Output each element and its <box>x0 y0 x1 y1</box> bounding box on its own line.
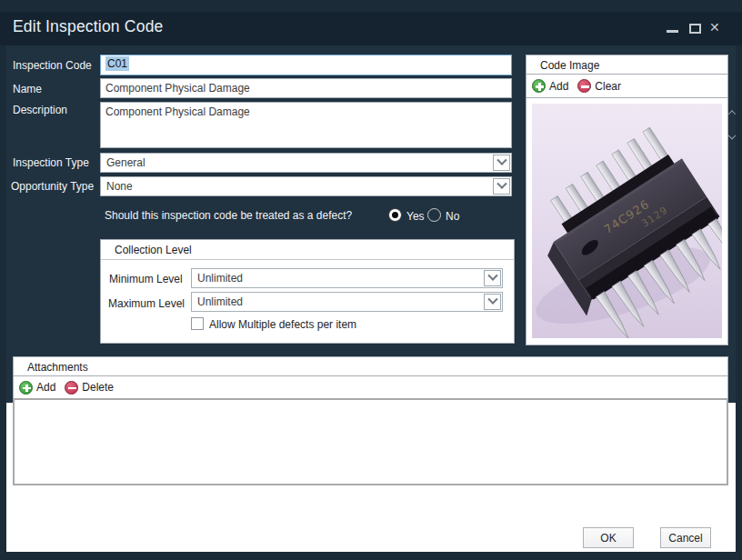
add-button-label: Add <box>36 381 55 394</box>
delete-button-label: Delete <box>82 381 114 394</box>
description-textarea[interactable]: Component Physical Damage <box>100 102 512 148</box>
defect-yes-radio[interactable] <box>388 208 402 222</box>
dialog-title: Edit Inspection Code <box>13 17 164 36</box>
code-image-toolbar: Add Clear <box>526 74 728 98</box>
attachments-title: Attachments <box>27 361 88 374</box>
inspection-type-value: General <box>106 156 145 169</box>
opportunity-type-select[interactable]: None <box>100 176 512 196</box>
chevron-down-icon <box>496 155 506 165</box>
chevron-down-icon <box>487 295 497 305</box>
maximum-level-dropdown-button[interactable] <box>484 294 501 310</box>
attachments-delete-button[interactable]: Delete <box>65 381 114 395</box>
collection-level-header: Collection Level <box>101 240 514 260</box>
defect-no-radio[interactable] <box>427 208 441 222</box>
clear-icon <box>577 79 591 93</box>
cancel-button[interactable]: Cancel <box>660 527 711 548</box>
inspection-code-input[interactable]: C01 <box>100 55 512 75</box>
allow-multiple-defects-label: Allow Multiple defects per item <box>209 318 356 331</box>
maximum-level-value: Unlimited <box>197 295 243 308</box>
clear-button-label: Clear <box>595 80 621 93</box>
defect-question-label: Should this inspection code be treated a… <box>105 209 352 222</box>
description-label: Description <box>13 104 67 116</box>
add-icon <box>532 79 546 93</box>
add-button-label: Add <box>549 80 568 93</box>
code-image-title: Code Image <box>540 59 599 72</box>
opportunity-type-value: None <box>106 180 133 193</box>
minimum-level-select[interactable]: Unlimited <box>191 268 503 288</box>
defect-yes-label: Yes <box>406 210 425 223</box>
attachments-list[interactable] <box>13 398 728 485</box>
ok-button[interactable]: OK <box>583 527 634 548</box>
inspection-type-label: Inspection Type <box>13 156 89 169</box>
maximize-icon[interactable] <box>689 24 701 34</box>
inspection-type-dropdown-button[interactable] <box>493 155 510 171</box>
close-icon[interactable]: ✕ <box>709 20 720 35</box>
maximum-level-select[interactable]: Unlimited <box>191 292 503 312</box>
delete-icon <box>65 381 78 395</box>
minimum-level-label: Minimum Level <box>109 273 183 285</box>
allow-multiple-defects-checkbox[interactable] <box>191 317 204 330</box>
attachments-header: Attachments <box>13 356 728 376</box>
minimum-level-dropdown-button[interactable] <box>484 270 501 286</box>
description-text: Component Physical Damage <box>105 105 250 118</box>
chevron-down-icon <box>496 179 506 189</box>
attachments-toolbar: Add Delete <box>13 375 728 399</box>
add-icon <box>19 381 33 395</box>
attachments-add-button[interactable]: Add <box>19 381 55 395</box>
defect-no-label: No <box>446 210 459 223</box>
name-input[interactable]: Component Physical Damage <box>100 78 512 98</box>
maximum-level-label: Maximum Level <box>108 297 185 310</box>
code-image-header: Code Image <box>526 55 728 75</box>
inspection-type-select[interactable]: General <box>100 153 512 173</box>
collection-level-title: Collection Level <box>115 244 192 256</box>
minimize-icon[interactable] <box>667 30 678 33</box>
code-image-photo: 74C926 3129 <box>532 104 722 338</box>
edit-inspection-code-dialog: Edit Inspection Code ✕ Inspection Code N… <box>0 0 742 560</box>
selected-text: C01 <box>105 56 129 71</box>
opportunity-type-dropdown-button[interactable] <box>493 178 510 195</box>
code-image-add-button[interactable]: Add <box>532 79 568 93</box>
name-label: Name <box>13 83 42 95</box>
opportunity-type-label: Opportunity Type <box>11 180 94 193</box>
code-image-clear-button[interactable]: Clear <box>577 79 621 93</box>
minimum-level-value: Unlimited <box>197 272 243 285</box>
inspection-code-label: Inspection Code <box>13 59 92 72</box>
radio-selected-dot <box>392 212 398 218</box>
chevron-down-icon <box>487 271 497 281</box>
